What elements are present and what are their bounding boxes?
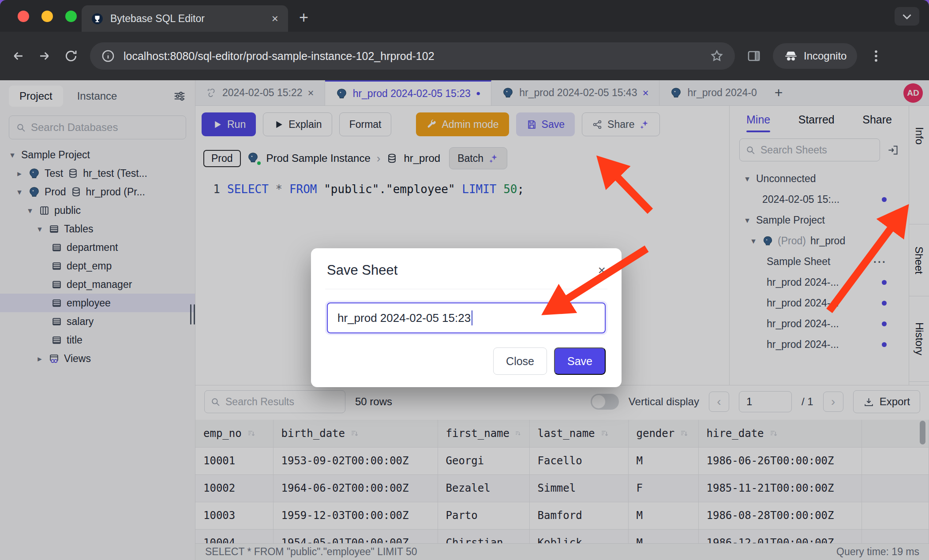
url-text[interactable]: localhost:8080/sql-editor/prod-sample-in… xyxy=(124,50,701,63)
window-zoom-button[interactable] xyxy=(65,11,77,22)
incognito-label: Incognito xyxy=(804,50,847,62)
chevron-down-icon xyxy=(899,9,914,24)
dialog-close-button[interactable]: Close xyxy=(493,347,547,375)
browser-chrome: Bytebase SQL Editor × + localhost:8080/s… xyxy=(0,0,929,80)
text-cursor xyxy=(472,310,472,325)
bytebase-app: Project Instance ▾ Sample Project ▸ Test xyxy=(0,80,929,560)
browser-tab-close-icon[interactable]: × xyxy=(272,13,278,24)
back-icon[interactable] xyxy=(11,49,26,63)
browser-tab-title: Bytebase SQL Editor xyxy=(110,13,265,25)
side-panel-icon[interactable] xyxy=(746,49,761,63)
dialog-close-icon[interactable]: × xyxy=(598,263,606,278)
forward-icon[interactable] xyxy=(37,49,52,63)
save-sheet-dialog: Save Sheet × hr_prod 2024-02-05 15:23 Cl… xyxy=(311,248,622,387)
incognito-badge: Incognito xyxy=(773,43,857,69)
bookmark-star-icon[interactable] xyxy=(709,49,724,63)
browser-tab[interactable]: Bytebase SQL Editor × xyxy=(82,5,288,32)
address-bar[interactable]: localhost:8080/sql-editor/prod-sample-in… xyxy=(90,42,735,70)
dialog-title: Save Sheet xyxy=(327,262,397,278)
sheet-name-input[interactable]: hr_prod 2024-02-05 15:23 xyxy=(327,302,606,333)
new-tab-button[interactable]: + xyxy=(299,10,308,26)
tab-search-button[interactable] xyxy=(895,7,919,26)
dialog-save-button[interactable]: Save xyxy=(554,347,606,375)
browser-tabstrip: Bytebase SQL Editor × + xyxy=(0,0,929,32)
site-info-icon[interactable] xyxy=(101,49,116,63)
browser-menu-icon[interactable] xyxy=(869,49,884,63)
window-close-button[interactable] xyxy=(18,11,29,22)
incognito-icon xyxy=(783,49,798,63)
window-minimize-button[interactable] xyxy=(41,11,53,22)
browser-navbar: localhost:8080/sql-editor/prod-sample-in… xyxy=(0,32,929,80)
window-controls xyxy=(18,11,77,22)
bytebase-favicon xyxy=(91,13,103,25)
reload-icon[interactable] xyxy=(64,49,79,63)
screen: Bytebase SQL Editor × + localhost:8080/s… xyxy=(0,0,929,560)
dialog-divider xyxy=(325,289,607,289)
sheet-name-value: hr_prod 2024-02-05 15:23 xyxy=(337,311,471,325)
